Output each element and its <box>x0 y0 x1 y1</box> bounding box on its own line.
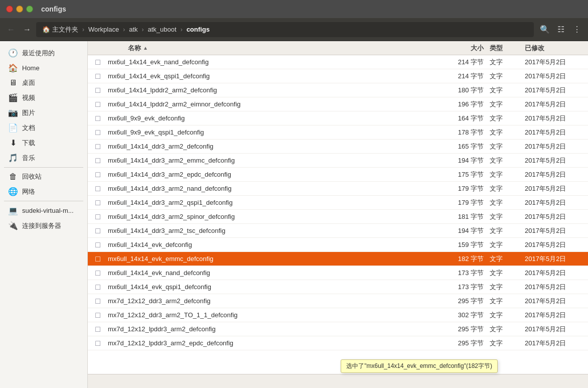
breadcrumb-configs[interactable]: configs <box>183 25 214 34</box>
table-row[interactable]: □ mx7d_12x12_lpddr3_arm2_defconfig 295 字… <box>88 322 588 336</box>
file-modified: 2017年5月2日 <box>523 269 588 278</box>
file-icon-cell: □ <box>88 283 108 292</box>
table-row[interactable]: □ mx7d_12x12_ddr3_arm2_TO_1_1_defconfig … <box>88 308 588 322</box>
file-name: mx6ull_14x14_ddr3_arm2_tsc_defconfig <box>108 227 437 234</box>
file-name: mx6ull_14x14_evk_emmc_defconfig <box>108 255 437 263</box>
file-icon: □ <box>95 156 100 165</box>
table-row[interactable]: □ mx6ull_9x9_evk_defconfig 164 字节 文字 201… <box>88 111 588 125</box>
file-size: 302 字节 <box>437 311 488 320</box>
main-layout: 🕐 最近使用的 🏠 Home 🖥 桌面 🎬 视频 📷 图片 📄 文档 ⬇ 下载 <box>0 41 588 388</box>
sidebar-label-trash: 回收站 <box>22 172 42 181</box>
table-row[interactable]: □ mx6ull_14x14_ddr3_arm2_tsc_defconfig 1… <box>88 224 588 238</box>
search-button[interactable]: 🔍 <box>538 23 552 37</box>
file-name: mx6ull_14x14_ddr3_arm2_qspi1_defconfig <box>108 199 437 206</box>
table-row[interactable]: □ mx6ul_14x14_evk_nand_defconfig 214 字节 … <box>88 55 588 69</box>
sidebar-item-video[interactable]: 🎬 视频 <box>2 90 85 105</box>
forward-button[interactable]: → <box>20 23 34 37</box>
table-row[interactable]: □ mx6ull_14x14_ddr3_arm2_qspi1_defconfig… <box>88 196 588 210</box>
table-row[interactable]: □ mx6ull_14x14_ddr3_arm2_defconfig 165 字… <box>88 140 588 154</box>
file-name: mx6ul_14x14_lpddr2_arm2_defconfig <box>108 86 437 94</box>
table-row[interactable]: □ mx6ul_14x14_lpddr2_arm2_eimnor_defconf… <box>88 97 588 111</box>
file-icon-cell: □ <box>88 339 108 348</box>
view-list-button[interactable]: ☷ <box>554 23 568 37</box>
maximize-button[interactable] <box>26 6 33 13</box>
file-icon-cell: □ <box>88 198 108 207</box>
table-row[interactable]: □ mx7d_12x12_ddr3_arm2_defconfig 295 字节 … <box>88 294 588 308</box>
window-title: configs <box>41 5 66 13</box>
file-type: 文字 <box>488 269 523 278</box>
breadcrumb-home[interactable]: 🏠 主文件夹 <box>38 24 82 35</box>
file-icon-cell: □ <box>88 325 108 334</box>
bc-sep-3: › <box>142 26 144 33</box>
file-size: 295 字节 <box>437 297 488 306</box>
file-icon: □ <box>95 184 100 193</box>
file-icon-cell: □ <box>88 226 108 235</box>
file-modified: 2017年5月2日 <box>523 100 588 109</box>
table-row[interactable]: □ mx7d_12x12_lpddr3_arm2_epdc_defconfig … <box>88 336 588 350</box>
file-type: 文字 <box>488 170 523 179</box>
file-icon: □ <box>95 254 100 264</box>
table-row[interactable]: □ mx6ull_14x14_ddr3_arm2_nand_defconfig … <box>88 182 588 196</box>
sidebar-separator-1 <box>4 167 83 168</box>
table-row[interactable]: □ mx6ull_14x14_ddr3_arm2_spinor_defconfi… <box>88 210 588 224</box>
file-modified: 2017年5月2日 <box>523 283 588 292</box>
sidebar-item-network[interactable]: 🌐 网络 <box>2 184 85 199</box>
sidebar-label-network: 网络 <box>22 187 35 196</box>
more-options-button[interactable]: ⋮ <box>570 23 584 37</box>
file-modified: 2017年5月2日 <box>523 311 588 320</box>
sidebar-separator-2 <box>4 201 83 201</box>
table-row[interactable]: □ mx6ull_14x14_evk_nand_defconfig 173 字节… <box>88 266 588 280</box>
home-icon: 🏠 <box>42 26 50 33</box>
sidebar-label-recent: 最近使用的 <box>22 49 55 58</box>
file-icon-cell: □ <box>88 142 108 151</box>
sidebar-item-computer[interactable]: 💻 sudeki-virtual-m... <box>2 203 85 218</box>
file-name: mx7d_12x12_lpddr3_arm2_epdc_defconfig <box>108 339 437 347</box>
table-row[interactable]: □ mx6ull_14x14_evk_qspi1_defconfig 173 字… <box>88 280 588 294</box>
table-row[interactable]: □ mx6ull_14x14_ddr3_arm2_epdc_defconfig … <box>88 168 588 182</box>
file-list-header: 名称 ▲ 大小 类型 已修改 <box>88 41 588 55</box>
table-row[interactable]: □ mx6ull_14x14_evk_emmc_defconfig 182 字节… <box>88 252 588 266</box>
music-icon: 🎵 <box>8 153 18 163</box>
sidebar-item-downloads[interactable]: ⬇ 下载 <box>2 136 85 150</box>
close-button[interactable] <box>6 6 13 13</box>
window-controls <box>6 6 33 13</box>
file-icon-cell: □ <box>88 212 108 221</box>
sidebar-item-home[interactable]: 🏠 Home <box>2 61 85 75</box>
table-row[interactable]: □ mx6ul_14x14_lpddr2_arm2_defconfig 180 … <box>88 83 588 97</box>
file-icon: □ <box>95 226 100 235</box>
breadcrumb-workplace[interactable]: Workplace <box>84 25 123 34</box>
file-type: 文字 <box>488 184 523 193</box>
table-row[interactable]: □ mx6ull_14x14_evk_defconfig 159 字节 文字 2… <box>88 238 588 252</box>
sidebar-label-music: 音乐 <box>22 154 35 163</box>
back-button[interactable]: ← <box>4 23 18 37</box>
table-row[interactable]: □ mx6ull_14x14_ddr3_arm2_emmc_defconfig … <box>88 154 588 168</box>
sidebar-item-documents[interactable]: 📄 文档 <box>2 120 85 135</box>
minimize-button[interactable] <box>16 6 23 13</box>
table-row[interactable]: □ mx6ull_9x9_evk_qspi1_defconfig 178 字节 … <box>88 125 588 140</box>
sidebar-item-recent[interactable]: 🕐 最近使用的 <box>2 46 85 60</box>
file-icon-cell: □ <box>88 297 108 306</box>
sidebar-item-pictures[interactable]: 📷 图片 <box>2 105 85 120</box>
file-name: mx6ull_9x9_evk_qspi1_defconfig <box>108 128 437 136</box>
breadcrumb-bar: 🏠 主文件夹 › Workplace › atk › atk_uboot › c… <box>36 22 534 37</box>
breadcrumb-atk[interactable]: atk <box>125 25 141 34</box>
breadcrumb-atk-uboot[interactable]: atk_uboot <box>144 25 181 34</box>
table-row[interactable]: □ mx6ul_14x14_evk_qspi1_defconfig 214 字节… <box>88 69 588 83</box>
file-type: 文字 <box>488 198 523 207</box>
column-header-name[interactable]: 名称 ▲ <box>108 44 437 53</box>
file-icon-cell: □ <box>88 184 108 193</box>
documents-icon: 📄 <box>8 123 18 133</box>
sidebar-item-music[interactable]: 🎵 音乐 <box>2 151 85 165</box>
breadcrumb-configs-label: configs <box>187 26 210 33</box>
column-header-modified[interactable]: 已修改 <box>523 44 588 53</box>
sidebar-item-trash[interactable]: 🗑 回收站 <box>2 170 85 184</box>
file-size: 179 字节 <box>437 184 488 193</box>
column-header-type[interactable]: 类型 <box>488 44 523 53</box>
file-modified: 2017年5月2日 <box>523 240 588 249</box>
sidebar-item-connect[interactable]: 🔌 连接到服务器 <box>2 218 85 233</box>
file-modified: 2017年5月2日 <box>523 325 588 334</box>
sidebar-item-desktop[interactable]: 🖥 桌面 <box>2 76 85 90</box>
file-icon-cell: □ <box>88 254 108 264</box>
column-header-size[interactable]: 大小 <box>437 44 488 53</box>
network-icon: 🌐 <box>8 187 18 196</box>
